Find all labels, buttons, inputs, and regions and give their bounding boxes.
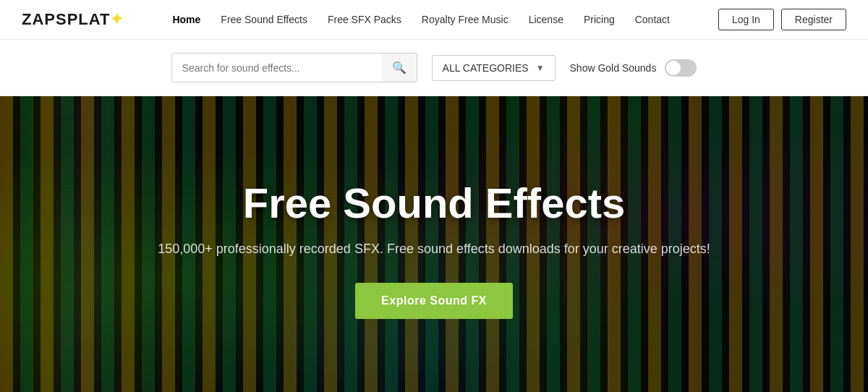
navbar: ZAPSPLAT✦ Home Free Sound Effects Free S… [0,0,868,40]
nav-link-home[interactable]: Home [172,14,200,25]
hero-title: Free Sound Effects [158,179,710,227]
category-label: ALL CATEGORIES [443,62,529,74]
nav-buttons: Log In Register [718,9,846,30]
hero-subtitle: 150,000+ professionally recorded SFX. Fr… [158,242,710,257]
show-gold-section: Show Gold Sounds [570,59,697,77]
nav-link-packs[interactable]: Free SFX Packs [328,14,401,25]
nav-item-sfx[interactable]: Free Sound Effects [221,13,307,26]
category-dropdown[interactable]: ALL CATEGORIES ▼ [432,55,556,81]
register-button[interactable]: Register [781,9,846,30]
nav-item-home[interactable]: Home [172,13,200,26]
hero-section: Free Sound Effects 150,000+ professional… [0,96,868,392]
nav-link-license[interactable]: License [529,14,563,25]
nav-item-license[interactable]: License [529,13,563,26]
search-wrapper: 🔍 [171,53,417,82]
explore-button[interactable]: Explore Sound FX [355,283,513,319]
search-bar-section: 🔍 ALL CATEGORIES ▼ Show Gold Sounds [0,40,868,96]
show-gold-toggle[interactable] [665,59,697,77]
search-input[interactable] [172,54,382,82]
nav-item-pricing[interactable]: Pricing [584,13,615,26]
login-button[interactable]: Log In [718,9,774,30]
nav-links: Home Free Sound Effects Free SFX Packs R… [172,13,670,26]
nav-item-packs[interactable]: Free SFX Packs [328,13,401,26]
show-gold-label: Show Gold Sounds [570,62,657,74]
nav-link-sfx[interactable]: Free Sound Effects [221,14,307,25]
logo-text: ZAPSPLAT [22,10,110,28]
search-icon: 🔍 [392,61,407,74]
nav-link-music[interactable]: Royalty Free Music [422,14,509,25]
chevron-down-icon: ▼ [536,63,545,73]
nav-link-contact[interactable]: Contact [635,14,670,25]
nav-item-music[interactable]: Royalty Free Music [422,13,509,26]
logo[interactable]: ZAPSPLAT✦ [22,10,124,29]
nav-link-pricing[interactable]: Pricing [584,14,615,25]
logo-star: ✦ [110,10,124,28]
search-button[interactable]: 🔍 [382,54,417,82]
nav-item-contact[interactable]: Contact [635,13,670,26]
hero-content: Free Sound Effects 150,000+ professional… [158,179,710,319]
